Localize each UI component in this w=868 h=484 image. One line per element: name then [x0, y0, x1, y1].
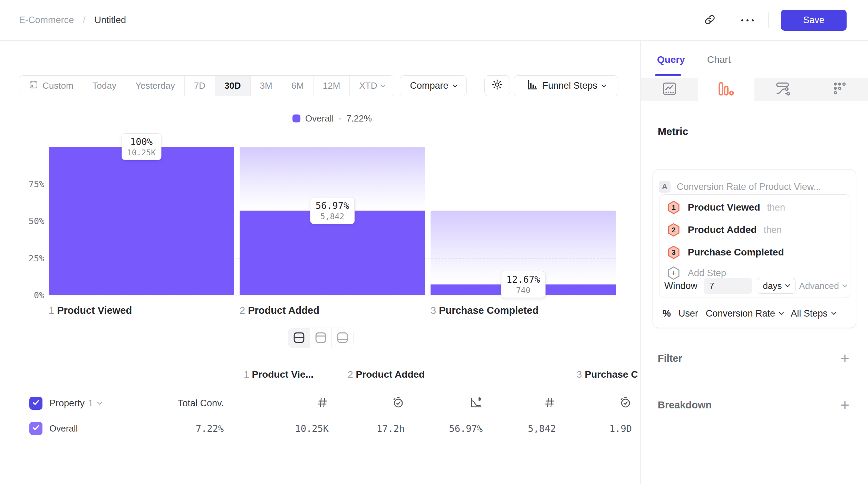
more-options-button[interactable]: [741, 19, 754, 21]
layout-table-bottom-button[interactable]: [332, 328, 353, 348]
advanced-label: Advanced: [799, 281, 839, 291]
advanced-toggle[interactable]: Advanced: [799, 281, 847, 291]
row-checkbox-overall[interactable]: [29, 422, 42, 435]
metric-step-3[interactable]: 3Purchase Completed: [666, 245, 784, 260]
metric-footer: % User Conversion Rate All Steps: [663, 307, 836, 320]
group-step-number: 1: [244, 369, 249, 380]
table-row-border: [0, 440, 641, 440]
tooltip-conversion-pct: 56.97%: [316, 200, 349, 211]
dots-grid-icon: [832, 81, 848, 98]
tooltip-count: 740: [507, 286, 540, 295]
ellipsis-icon: [752, 19, 754, 21]
step-name: Product Added: [248, 305, 319, 316]
select-all-checkbox[interactable]: [29, 397, 42, 410]
add-filter-button[interactable]: +: [840, 352, 849, 365]
group-step-name: Purchase C: [585, 369, 638, 380]
table-cell-value: 17.2h: [377, 423, 405, 434]
add-step-label: Add Step: [688, 268, 726, 279]
step-event-name: Product Viewed: [688, 202, 760, 213]
funnel-icon: [717, 81, 735, 98]
query-panel: Query Chart Metric A Conversion Rate of …: [641, 41, 868, 484]
steps-scope-label: All Steps: [791, 308, 828, 319]
window-unit-select[interactable]: days: [757, 278, 795, 294]
chevron-down-icon: [779, 310, 784, 315]
chart-canvas: CustomTodayYesterday7D30D3M6M12MXTD Comp…: [0, 41, 641, 484]
chevron-down-icon: [831, 310, 836, 315]
save-button[interactable]: Save: [781, 10, 847, 31]
step-axis-label: 3Purchase Completed: [431, 305, 539, 316]
chevron-down-icon: [97, 400, 102, 405]
metric-title-row[interactable]: A Conversion Rate of Product View...: [659, 179, 821, 194]
table-row-name[interactable]: Overall: [49, 423, 78, 434]
y-axis-tick: 50%: [19, 216, 44, 226]
window-value-input[interactable]: [704, 278, 752, 294]
property-column-header[interactable]: Property 1: [49, 398, 102, 409]
hash-icon[interactable]: [543, 396, 556, 410]
breadcrumb-project[interactable]: E-Commerce: [19, 15, 74, 26]
step-hexagon-badge: 1: [666, 200, 681, 215]
breakdown-section: Breakdown +: [658, 398, 849, 412]
step-hexagon-badge: 2: [666, 223, 681, 237]
step-event-name: Purchase Completed: [688, 247, 784, 258]
property-index: 1: [88, 398, 93, 409]
table-column-divider: [235, 361, 235, 440]
page-title[interactable]: Untitled: [95, 15, 126, 26]
tooltip-count: 5,842: [316, 212, 349, 221]
tooltip-conversion-pct: 100%: [127, 136, 156, 147]
measured-as-actor[interactable]: User: [678, 308, 698, 319]
line-chart-icon: [662, 81, 677, 98]
conversion-chart-icon[interactable]: [470, 396, 483, 410]
y-axis-tick: 25%: [19, 253, 44, 263]
header-divider: [768, 12, 769, 28]
y-axis-tick: 0%: [19, 290, 44, 300]
bar-value-tooltip: 100%10.25K: [122, 133, 161, 160]
layout-table-top-button[interactable]: [310, 328, 332, 348]
tab-query[interactable]: Query: [657, 54, 685, 65]
percent-icon: %: [663, 308, 671, 319]
layout-split-view-button[interactable]: [288, 328, 310, 348]
metric-step-1[interactable]: 1Product Viewedthen: [666, 200, 785, 215]
link-icon: [704, 14, 716, 27]
step-badge-number: 1: [666, 200, 681, 215]
chart-type-tabs: [641, 78, 868, 101]
funnel-bar-step-1[interactable]: [49, 147, 234, 295]
share-link-button[interactable]: [704, 14, 716, 27]
table-cell-value: 10.25K: [295, 423, 329, 434]
total-conv-column-header[interactable]: Total Conv.: [178, 398, 224, 409]
add-breakdown-button[interactable]: +: [840, 399, 849, 411]
chart-type-retention[interactable]: [754, 78, 811, 101]
time-check-icon[interactable]: [619, 396, 632, 410]
ellipsis-icon: [741, 19, 743, 21]
step-name: Product Viewed: [57, 305, 132, 316]
hash-icon[interactable]: [316, 396, 329, 410]
metric-section-heading: Metric: [658, 126, 688, 137]
step-number: 3: [431, 305, 436, 316]
step-axis-label: 1Product Viewed: [49, 305, 132, 316]
step-name: Purchase Completed: [439, 305, 538, 316]
group-step-number: 3: [577, 369, 582, 380]
table-top-icon: [315, 331, 327, 345]
table-cell-value: 56.97%: [449, 423, 483, 434]
tab-chart[interactable]: Chart: [707, 54, 731, 65]
bar-value-tooltip: 56.97%5,842: [310, 197, 355, 224]
table-step-group-header: 3Purchase C: [577, 369, 638, 380]
chart-type-stickiness[interactable]: [811, 78, 868, 101]
table-step-group-header: 2Product Added: [348, 369, 425, 380]
window-unit-label: days: [763, 281, 782, 291]
metric-step-2[interactable]: 2Product Addedthen: [666, 222, 782, 238]
chart-type-funnel[interactable]: [698, 78, 754, 101]
time-check-icon[interactable]: [392, 396, 405, 410]
steps-scope-select[interactable]: All Steps: [791, 308, 836, 319]
measure-label: Conversion Rate: [706, 308, 775, 319]
step-hexagon-badge: 3: [666, 245, 681, 260]
table-row-total-conv: 7.22%: [196, 423, 224, 434]
tooltip-count: 10.25K: [127, 148, 156, 157]
filter-section: Filter +: [658, 351, 849, 366]
step-number: 2: [240, 305, 245, 316]
step-badge-number: 2: [666, 223, 681, 237]
table-step-group-header: 1Product Vie...: [244, 369, 314, 380]
table-cell-value: 5,842: [528, 423, 556, 434]
measure-select[interactable]: Conversion Rate: [706, 308, 783, 319]
chart-type-line-chart[interactable]: [641, 78, 698, 101]
chevron-down-icon: [785, 282, 790, 287]
